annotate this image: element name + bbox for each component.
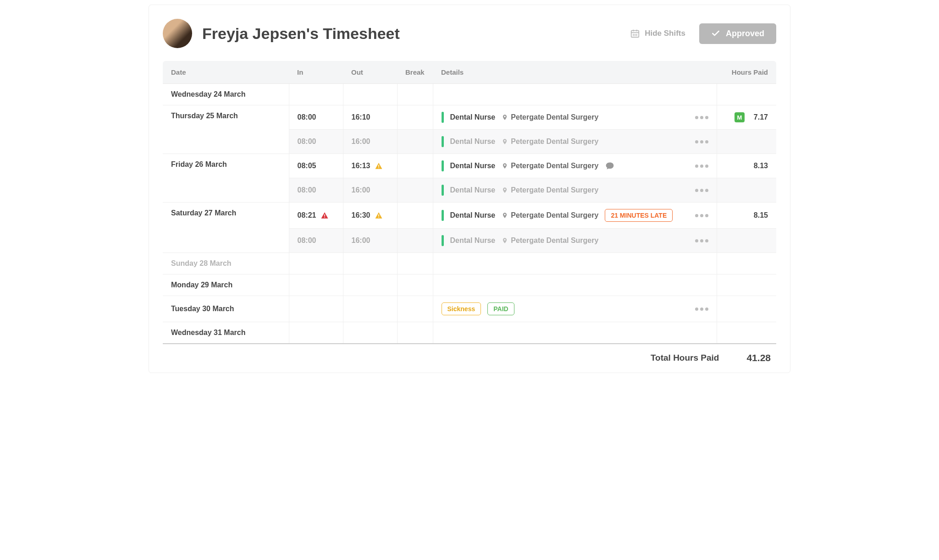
pin-icon	[502, 113, 508, 121]
svg-rect-10	[325, 217, 326, 218]
details-cell: Dental Nurse Petergate Dental Surgery	[442, 160, 708, 171]
table-row: Monday 29 March	[163, 275, 776, 296]
svg-rect-7	[379, 165, 380, 167]
timesheet-page: Freyja Jepsen's Timesheet Hide Shifts Ap…	[149, 5, 790, 373]
location-label: Petergate Dental Surgery	[502, 186, 598, 194]
warning-icon	[375, 162, 383, 170]
more-menu[interactable]	[695, 214, 708, 217]
pin-icon	[502, 162, 508, 170]
pin-icon	[502, 211, 508, 220]
svg-rect-9	[325, 214, 326, 217]
date-cell: Friday 26 March	[163, 154, 289, 203]
col-break: Break	[397, 61, 433, 84]
col-out: Out	[343, 61, 397, 84]
date-cell: Wednesday 24 March	[163, 84, 289, 105]
more-menu[interactable]	[695, 307, 708, 311]
in-time-scheduled: 08:00	[298, 236, 335, 245]
pin-icon	[502, 186, 508, 194]
col-details: Details	[433, 61, 717, 84]
timesheet-table: Date In Out Break Details Hours Paid Wed…	[163, 61, 776, 344]
location-label: Petergate Dental Surgery	[502, 137, 598, 146]
more-menu[interactable]	[695, 116, 708, 119]
warning-icon	[375, 211, 383, 220]
late-badge: 21 MINUTES LATE	[605, 209, 673, 222]
role-label: Dental Nurse	[450, 186, 496, 194]
table-row: Thursday 25 March 08:00 16:10 Dental Nur…	[163, 105, 776, 130]
role-color-bar	[442, 185, 444, 196]
svg-rect-12	[379, 217, 380, 218]
in-time-scheduled: 08:00	[298, 137, 335, 146]
header-actions: Hide Shifts Approved	[630, 23, 776, 44]
details-cell: Dental Nurse Petergate Dental Surgery	[442, 185, 708, 196]
col-in: In	[289, 61, 343, 84]
details-cell: Dental Nurse Petergate Dental Surgery	[442, 112, 708, 123]
avatar	[163, 19, 192, 48]
details-cell: Sickness PAID	[442, 302, 708, 315]
in-time-scheduled: 08:00	[298, 186, 335, 194]
hours-value: 7.17	[754, 113, 768, 121]
out-time-scheduled: 16:00	[352, 236, 389, 245]
paid-badge: PAID	[487, 302, 514, 315]
approved-button[interactable]: Approved	[699, 23, 776, 44]
hours-value: 8.13	[754, 162, 768, 170]
table-row: Tuesday 30 March Sickness PAID	[163, 296, 776, 322]
table-row: Saturday 27 March 08:21 16:30	[163, 203, 776, 229]
date-cell: Tuesday 30 March	[163, 296, 289, 322]
total-value: 41.28	[746, 352, 771, 363]
page-title: Freyja Jepsen's Timesheet	[202, 25, 620, 43]
page-header: Freyja Jepsen's Timesheet Hide Shifts Ap…	[163, 19, 776, 48]
details-cell: Dental Nurse Petergate Dental Surgery 21…	[442, 209, 708, 222]
badge-m: M	[735, 112, 745, 122]
table-row: Friday 26 March 08:05 16:13 Dental Nurse	[163, 154, 776, 178]
location-label: Petergate Dental Surgery	[502, 162, 598, 170]
details-cell: Dental Nurse Petergate Dental Surgery	[442, 235, 708, 246]
col-hours-paid: Hours Paid	[717, 61, 776, 84]
svg-rect-11	[379, 214, 380, 217]
sickness-badge: Sickness	[442, 302, 481, 315]
location-label: Petergate Dental Surgery	[502, 211, 598, 220]
svg-rect-8	[379, 167, 380, 168]
date-cell: Wednesday 31 March	[163, 322, 289, 344]
more-menu[interactable]	[695, 165, 708, 168]
hide-shifts-button[interactable]: Hide Shifts	[630, 28, 685, 38]
out-time[interactable]: 16:13	[352, 162, 389, 170]
more-menu[interactable]	[695, 140, 708, 143]
in-time[interactable]: 08:21	[298, 211, 335, 220]
out-time[interactable]: 16:30	[352, 211, 389, 220]
more-menu[interactable]	[695, 239, 708, 242]
check-icon	[711, 29, 720, 38]
out-time-scheduled: 16:00	[352, 137, 389, 146]
location-label: Petergate Dental Surgery	[502, 236, 598, 245]
approved-label: Approved	[726, 29, 764, 38]
out-time-scheduled: 16:00	[352, 186, 389, 194]
in-time[interactable]: 08:00	[298, 113, 335, 121]
hours-value: 8.15	[754, 211, 768, 220]
col-date: Date	[163, 61, 289, 84]
role-label: Dental Nurse	[450, 162, 496, 170]
role-color-bar	[442, 235, 444, 246]
details-cell: Dental Nurse Petergate Dental Surgery	[442, 136, 708, 147]
table-row: Sunday 28 March	[163, 253, 776, 275]
total-label: Total Hours Paid	[651, 353, 719, 363]
role-label: Dental Nurse	[450, 137, 496, 146]
table-header-row: Date In Out Break Details Hours Paid	[163, 61, 776, 84]
role-color-bar	[442, 112, 444, 123]
role-label: Dental Nurse	[450, 211, 496, 220]
role-label: Dental Nurse	[450, 113, 496, 121]
role-label: Dental Nurse	[450, 236, 496, 245]
hide-shifts-label: Hide Shifts	[645, 29, 685, 38]
role-color-bar	[442, 136, 444, 147]
hours-cell: M 7.17	[725, 112, 768, 122]
hours-cell: 8.15	[725, 211, 768, 220]
out-time[interactable]: 16:10	[352, 113, 389, 121]
date-cell: Sunday 28 March	[163, 253, 289, 275]
more-menu[interactable]	[695, 189, 708, 192]
in-time[interactable]: 08:05	[298, 162, 335, 170]
comment-icon[interactable]	[605, 161, 615, 170]
alert-icon	[320, 211, 329, 220]
role-color-bar	[442, 160, 444, 171]
date-cell: Monday 29 March	[163, 275, 289, 296]
calendar-icon	[630, 28, 640, 38]
table-footer: Total Hours Paid 41.28	[163, 343, 776, 363]
pin-icon	[502, 236, 508, 245]
